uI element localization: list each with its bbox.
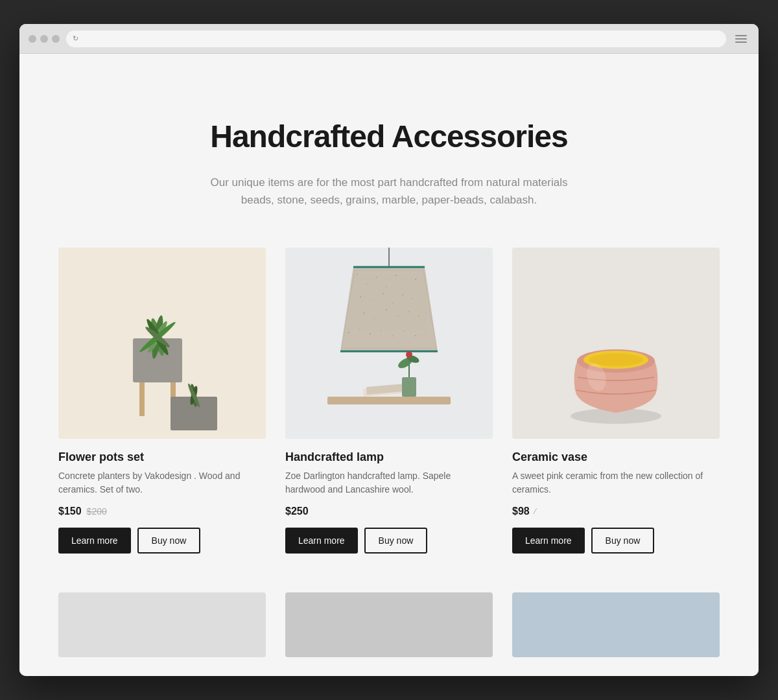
svg-rect-17 xyxy=(386,286,387,288)
product-description-2: Zoe Darlington handcrafted lamp. Sapele … xyxy=(285,469,493,496)
svg-rect-31 xyxy=(408,311,410,312)
product-card-1: Flower pots set Concrete planters by Vak… xyxy=(58,248,266,554)
product-price-row-1: $150 $200 xyxy=(58,506,266,517)
svg-rect-37 xyxy=(392,335,394,336)
svg-rect-28 xyxy=(374,318,375,319)
minimize-dot[interactable] xyxy=(40,35,48,43)
svg-rect-35 xyxy=(370,333,371,334)
product-card-3: Ceramic vase A sweet pink ceramic from t… xyxy=(512,248,720,554)
svg-rect-16 xyxy=(376,277,377,278)
buy-now-button-3[interactable]: Buy now xyxy=(591,528,655,554)
browser-window: ↻ Handcrafted Accessories Our unique ite… xyxy=(19,24,759,676)
svg-rect-40 xyxy=(426,332,427,333)
product-image-3 xyxy=(512,248,720,439)
browser-menu-button[interactable] xyxy=(733,32,749,45)
page-content: Handcrafted Accessories Our unique items… xyxy=(19,54,759,676)
learn-more-button-1[interactable]: Learn more xyxy=(58,528,131,554)
svg-rect-25 xyxy=(402,294,403,296)
svg-rect-38 xyxy=(404,331,405,332)
price-original-1: $200 xyxy=(87,506,107,517)
buy-now-button-2[interactable]: Buy now xyxy=(364,528,428,554)
svg-rect-30 xyxy=(397,316,399,317)
svg-rect-27 xyxy=(363,312,364,314)
maximize-dot[interactable] xyxy=(52,35,60,43)
price-current-3: $98 xyxy=(512,506,530,517)
buy-now-button-1[interactable]: Buy now xyxy=(137,528,201,554)
product-name-1: Flower pots set xyxy=(58,450,266,464)
svg-rect-23 xyxy=(383,293,384,294)
product-name-3: Ceramic vase xyxy=(512,450,720,464)
svg-rect-29 xyxy=(386,309,387,310)
svg-point-50 xyxy=(406,351,412,358)
price-current-1: $150 xyxy=(58,506,82,517)
learn-more-button-2[interactable]: Learn more xyxy=(285,528,358,554)
browser-toolbar: ↻ xyxy=(19,24,759,54)
svg-rect-21 xyxy=(360,296,361,298)
product-actions-2: Learn more Buy now xyxy=(285,528,493,554)
svg-rect-36 xyxy=(381,330,382,331)
svg-rect-19 xyxy=(405,285,407,286)
svg-rect-26 xyxy=(412,298,413,299)
page-subtitle: Our unique items are for the most part h… xyxy=(194,174,584,209)
svg-rect-32 xyxy=(418,316,419,317)
url-bar[interactable]: ↻ xyxy=(66,30,726,47)
window-controls xyxy=(29,35,60,43)
price-current-2: $250 xyxy=(285,506,309,517)
close-dot[interactable] xyxy=(29,35,36,43)
product-actions-1: Learn more Buy now xyxy=(58,528,266,554)
product-actions-3: Learn more Buy now xyxy=(512,528,720,554)
page-title: Handcrafted Accessories xyxy=(32,119,746,154)
svg-rect-18 xyxy=(395,275,397,276)
svg-rect-22 xyxy=(373,299,374,301)
svg-rect-14 xyxy=(357,274,358,275)
products-grid: Flower pots set Concrete planters by Vak… xyxy=(19,248,759,592)
menu-line-3 xyxy=(735,41,747,43)
product-price-row-2: $250 xyxy=(285,506,493,517)
menu-line-1 xyxy=(735,35,747,36)
svg-rect-0 xyxy=(139,377,145,416)
product-image-1 xyxy=(58,248,266,439)
price-tag-icon-3: ⁄ xyxy=(535,507,536,516)
bottom-products-row xyxy=(19,592,759,657)
svg-rect-15 xyxy=(366,283,368,285)
bottom-product-image-2 xyxy=(285,592,493,657)
refresh-icon: ↻ xyxy=(73,34,78,43)
svg-rect-39 xyxy=(415,335,416,336)
product-description-3: A sweet pink ceramic from the new collec… xyxy=(512,469,720,496)
bottom-product-image-3 xyxy=(512,592,720,657)
hero-section: Handcrafted Accessories Our unique items… xyxy=(19,54,759,248)
svg-rect-20 xyxy=(415,279,416,280)
menu-line-2 xyxy=(735,38,747,40)
bottom-product-image-1 xyxy=(58,592,266,657)
product-image-2 xyxy=(285,248,493,439)
svg-rect-34 xyxy=(359,329,360,330)
svg-rect-33 xyxy=(348,332,349,333)
svg-rect-46 xyxy=(402,377,416,397)
product-description-1: Concrete planters by Vakodesign . Wood a… xyxy=(58,469,266,496)
product-name-2: Handcrafted lamp xyxy=(285,450,493,464)
product-card-2: Handcrafted lamp Zoe Darlington handcraf… xyxy=(285,248,493,554)
product-price-row-3: $98 ⁄ xyxy=(512,506,720,517)
svg-rect-43 xyxy=(327,397,451,404)
svg-rect-24 xyxy=(392,303,394,304)
learn-more-button-3[interactable]: Learn more xyxy=(512,528,585,554)
